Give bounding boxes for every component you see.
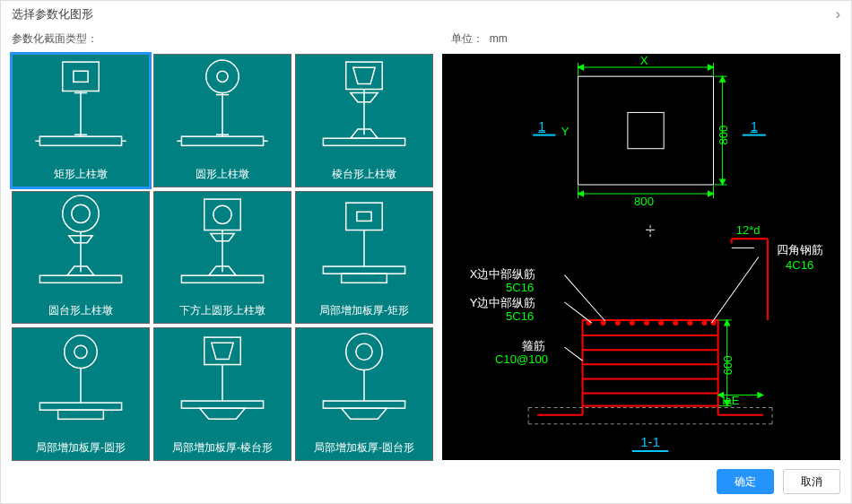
svg-marker-53: [342, 408, 387, 419]
label-stirrup: 箍筋: [522, 339, 545, 352]
subheader: 参数化截面类型： 单位： mm: [1, 28, 851, 54]
unit-label: 单位： mm: [451, 31, 840, 47]
svg-line-104: [564, 347, 582, 361]
svg-rect-43: [58, 410, 104, 419]
svg-rect-21: [323, 138, 404, 145]
svg-rect-33: [181, 275, 263, 282]
tile-thick-frustum[interactable]: 局部增加板厚-棱台形: [153, 327, 291, 461]
tile-label: 矩形上柱墩: [13, 164, 149, 187]
svg-marker-60: [708, 65, 713, 70]
tile-thick-cone[interactable]: 局部增加板厚-圆台形: [295, 327, 433, 461]
svg-point-83: [616, 321, 620, 325]
dialog-title: 选择参数化图形: [12, 6, 93, 22]
label-y-rebar: Y边中部纵筋: [470, 296, 536, 309]
label-x-rebar: X边中部纵筋: [470, 267, 536, 281]
tile-thick-circle[interactable]: 局部增加板厚-圆形: [12, 327, 150, 461]
svg-point-88: [688, 321, 691, 325]
svg-point-86: [659, 321, 663, 325]
svg-point-8: [206, 60, 239, 92]
cone-column-icon: [13, 192, 149, 301]
svg-rect-55: [628, 112, 664, 148]
svg-point-9: [217, 71, 228, 82]
svg-rect-0: [63, 62, 100, 91]
svg-marker-65: [708, 191, 713, 196]
section-label: 1-1: [640, 434, 660, 449]
thick-frustum-icon: [154, 328, 291, 438]
close-icon[interactable]: ›: [836, 6, 840, 22]
svg-rect-28: [204, 199, 241, 230]
svg-rect-27: [39, 275, 121, 282]
svg-point-84: [630, 321, 634, 325]
square-circle-icon: [154, 192, 291, 301]
section-mark-right: 1: [751, 119, 758, 134]
tile-square-circle-column[interactable]: 下方上圆形上柱墩: [153, 191, 291, 325]
ok-button[interactable]: 确定: [717, 469, 774, 494]
svg-point-39: [65, 335, 97, 368]
rect-column-icon: [13, 55, 149, 164]
thick-rect-icon: [296, 192, 432, 301]
svg-line-102: [564, 275, 604, 321]
content: 矩形上柱墩 圆形上柱墩: [1, 54, 851, 460]
svg-marker-110: [725, 320, 730, 326]
svg-marker-48: [200, 408, 246, 419]
svg-point-50: [356, 343, 372, 360]
svg-point-29: [213, 205, 231, 223]
svg-rect-37: [323, 266, 404, 274]
dialog-header: 选择参数化图形 ›: [1, 1, 851, 28]
tile-thick-rect[interactable]: 局部增加板厚-矩形: [295, 191, 433, 325]
tile-label: 局部增加板厚-棱台形: [154, 438, 291, 460]
dim-height-top: 800: [717, 126, 730, 145]
svg-rect-38: [342, 274, 387, 282]
svg-rect-5: [39, 136, 121, 145]
svg-rect-13: [181, 136, 263, 145]
svg-point-40: [74, 345, 87, 358]
svg-rect-16: [346, 62, 383, 89]
tile-label: 局部增加板厚-圆形: [13, 438, 149, 460]
frustum-column-icon: [296, 55, 432, 164]
svg-marker-59: [578, 65, 584, 70]
svg-rect-34: [346, 203, 383, 230]
svg-marker-17: [353, 67, 375, 83]
val-corner: 4C16: [786, 258, 813, 272]
type-label: 参数化截面类型：: [12, 31, 451, 47]
svg-marker-69: [720, 76, 726, 82]
tile-rect-column[interactable]: 矩形上柱墩: [12, 54, 150, 187]
tile-label: 局部增加板厚-圆台形: [296, 438, 432, 460]
svg-line-106: [712, 257, 759, 323]
tile-frustum-column[interactable]: 棱台形上柱墩: [295, 54, 433, 187]
svg-rect-52: [323, 401, 404, 408]
svg-rect-42: [39, 403, 121, 410]
svg-point-82: [602, 321, 605, 325]
svg-point-22: [63, 196, 100, 232]
svg-rect-47: [181, 401, 263, 408]
tile-label: 棱台形上柱墩: [296, 164, 432, 187]
tile-label: 圆形上柱墩: [154, 164, 291, 187]
preview-drawing: X 800 Y: [442, 54, 840, 460]
shape-grid: 矩形上柱墩 圆形上柱墩: [12, 54, 433, 460]
thick-circle-icon: [13, 328, 149, 438]
svg-point-87: [674, 321, 677, 325]
cancel-button[interactable]: 取消: [783, 469, 840, 494]
val-stirrup: C10@100: [495, 352, 548, 366]
tile-circle-column[interactable]: 圆形上柱墩: [153, 54, 291, 187]
svg-marker-64: [578, 191, 584, 196]
label-corner: 四角钢筋: [777, 243, 823, 256]
svg-rect-1: [74, 71, 88, 82]
tile-label: 局部增加板厚-矩形: [296, 300, 432, 323]
preview-panel: X 800 Y: [442, 54, 840, 460]
svg-point-23: [72, 204, 90, 222]
svg-point-85: [645, 321, 648, 325]
dim-x-label: X: [640, 54, 648, 67]
svg-rect-44: [204, 337, 241, 364]
tile-cone-column[interactable]: 圆台形上柱墩: [12, 191, 150, 325]
dim-y-label: Y: [561, 125, 569, 138]
tile-label: 下方上圆形上柱墩: [154, 300, 291, 323]
footer: 确定 取消: [1, 460, 851, 503]
val-x-rebar: 5C16: [506, 281, 534, 294]
thick-cone-icon: [296, 328, 432, 438]
val-y-rebar: 5C16: [506, 309, 534, 323]
svg-point-49: [346, 334, 383, 370]
svg-rect-35: [357, 212, 371, 221]
svg-line-103: [564, 302, 591, 323]
label-hook: 12*d: [736, 223, 761, 237]
